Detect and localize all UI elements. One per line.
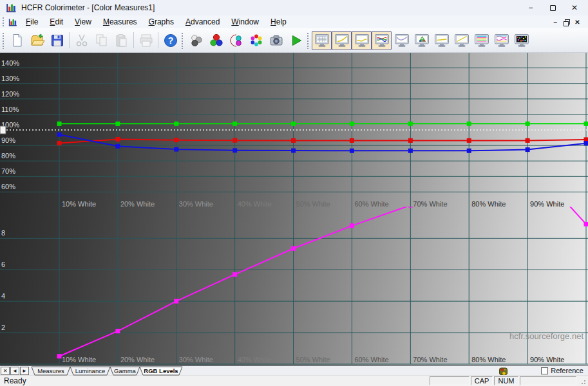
status-panel-empty bbox=[430, 376, 469, 385]
view-color-temperature-button[interactable] bbox=[471, 31, 491, 50]
indicator-cap: CAP bbox=[471, 376, 493, 385]
svg-text:80%: 80% bbox=[1, 152, 15, 160]
mdi-restore-button[interactable] bbox=[561, 17, 572, 26]
svg-text:90%: 90% bbox=[1, 136, 15, 144]
mdi-restore-icon bbox=[564, 19, 569, 25]
svg-text:Measures: Measures bbox=[37, 367, 64, 374]
view-gamma-icon bbox=[354, 33, 370, 48]
capture-snapshot-button[interactable] bbox=[266, 31, 286, 50]
view-rgb-levels-button[interactable] bbox=[372, 31, 392, 50]
svg-text:60% White: 60% White bbox=[354, 200, 388, 208]
measure-all-colors-button[interactable] bbox=[246, 31, 266, 50]
view-luminance-icon bbox=[334, 33, 350, 48]
series-green bbox=[57, 122, 588, 126]
open-file-icon bbox=[30, 33, 45, 48]
svg-text:70% White: 70% White bbox=[413, 356, 447, 363]
print-button[interactable] bbox=[136, 31, 156, 50]
mdi-minimize-button[interactable]: − bbox=[550, 17, 561, 26]
document-icon[interactable] bbox=[8, 17, 17, 27]
resize-grip[interactable] bbox=[578, 376, 587, 385]
view-cie-diagram-button[interactable] bbox=[412, 31, 432, 50]
help-about-button[interactable]: ? bbox=[160, 31, 180, 50]
svg-text:10% White: 10% White bbox=[62, 200, 96, 208]
save-file-button[interactable] bbox=[47, 31, 67, 50]
measure-grayscale-button[interactable] bbox=[186, 31, 206, 50]
print-icon bbox=[138, 33, 154, 48]
svg-text:50% White: 50% White bbox=[296, 356, 330, 363]
view-measures-sheet-button[interactable] bbox=[312, 31, 332, 50]
menu-advanced[interactable]: Advanced bbox=[180, 16, 225, 28]
menu-graphs[interactable]: Graphs bbox=[143, 16, 180, 28]
view-gamma-button[interactable] bbox=[352, 31, 372, 50]
svg-text:10% White: 10% White bbox=[62, 356, 96, 363]
view-cie-diagram-icon bbox=[414, 33, 430, 48]
new-file-button[interactable] bbox=[7, 31, 27, 50]
new-file-icon bbox=[10, 33, 25, 48]
toolbar-separator bbox=[158, 32, 158, 48]
open-file-button[interactable] bbox=[27, 31, 47, 50]
svg-text:90% White: 90% White bbox=[530, 200, 564, 208]
svg-text:60%: 60% bbox=[1, 183, 15, 190]
view-gamma-line-icon bbox=[454, 33, 469, 48]
menu-file[interactable]: File bbox=[20, 16, 44, 28]
series-delta-e bbox=[57, 149, 588, 358]
toolbar-separator bbox=[69, 32, 70, 48]
menu-help[interactable]: Help bbox=[265, 16, 292, 28]
svg-text:RGB Levels: RGB Levels bbox=[144, 367, 178, 374]
run-measures-button[interactable] bbox=[286, 31, 306, 50]
view-contrast-button[interactable] bbox=[432, 31, 451, 50]
svg-text:80% White: 80% White bbox=[471, 200, 506, 208]
svg-text:6: 6 bbox=[1, 261, 5, 268]
measure-secondaries-button[interactable] bbox=[226, 31, 246, 50]
measure-secondaries-icon bbox=[229, 33, 244, 48]
series-blue bbox=[57, 133, 588, 153]
svg-text:Gamma: Gamma bbox=[114, 367, 137, 374]
watermark: hcfr.sourceforge.net bbox=[509, 331, 583, 341]
view-color-temperature-icon bbox=[474, 33, 489, 48]
svg-text:70%: 70% bbox=[1, 167, 15, 175]
copy-button[interactable] bbox=[91, 31, 111, 50]
menu-view[interactable]: View bbox=[69, 16, 97, 28]
svg-text:80% White: 80% White bbox=[471, 356, 506, 363]
view-color-checker-button[interactable] bbox=[511, 31, 531, 50]
close-button[interactable]: ✕ bbox=[564, 1, 585, 15]
status-panel-empty bbox=[520, 376, 576, 385]
paste-button[interactable] bbox=[111, 31, 131, 50]
view-gamma-line-button[interactable] bbox=[451, 31, 471, 50]
reference-checkbox[interactable] bbox=[541, 367, 548, 374]
help-about-icon: ? bbox=[163, 33, 178, 48]
svg-text:2: 2 bbox=[1, 324, 5, 331]
measure-primaries-button[interactable] bbox=[206, 31, 226, 50]
reference-level-handle[interactable] bbox=[0, 126, 6, 134]
view-luminance-button[interactable] bbox=[332, 31, 352, 50]
svg-text:?: ? bbox=[167, 35, 173, 46]
view-saturation-button[interactable] bbox=[491, 31, 511, 50]
svg-text:50% White: 50% White bbox=[296, 200, 330, 208]
series-red bbox=[57, 137, 588, 145]
tab-next-button[interactable]: ► bbox=[20, 367, 29, 375]
toolbar-grip bbox=[2, 32, 5, 49]
svg-text:20% White: 20% White bbox=[120, 200, 155, 208]
rgb-levels-chart: 140%130%120%110%100%90%80%70%60%864210% … bbox=[0, 53, 588, 365]
minimize-button[interactable]: − bbox=[520, 1, 542, 15]
maximize-button[interactable] bbox=[542, 1, 564, 15]
tab-prev-button[interactable]: ◄ bbox=[10, 367, 19, 375]
svg-text:4: 4 bbox=[1, 292, 5, 300]
svg-text:30% White: 30% White bbox=[179, 356, 213, 363]
mdi-close-button[interactable]: ✕ bbox=[572, 17, 583, 26]
menu-measures[interactable]: Measures bbox=[97, 16, 143, 28]
svg-text:120%: 120% bbox=[1, 90, 19, 98]
svg-text:20% White: 20% White bbox=[120, 356, 155, 363]
svg-text:40% White: 40% White bbox=[238, 356, 272, 363]
measure-all-colors-icon bbox=[249, 33, 264, 48]
view-color-checker-icon bbox=[514, 33, 529, 48]
menu-window[interactable]: Window bbox=[225, 16, 265, 28]
paste-icon bbox=[114, 33, 129, 48]
view-contrast-icon bbox=[434, 33, 450, 48]
view-nearblack-button[interactable] bbox=[392, 31, 412, 50]
app-icon bbox=[5, 2, 17, 14]
tab-close-button[interactable]: ✕ bbox=[1, 367, 10, 375]
menu-edit[interactable]: Edit bbox=[44, 16, 69, 28]
status-message: Ready bbox=[4, 376, 26, 385]
cut-button[interactable] bbox=[71, 31, 91, 50]
